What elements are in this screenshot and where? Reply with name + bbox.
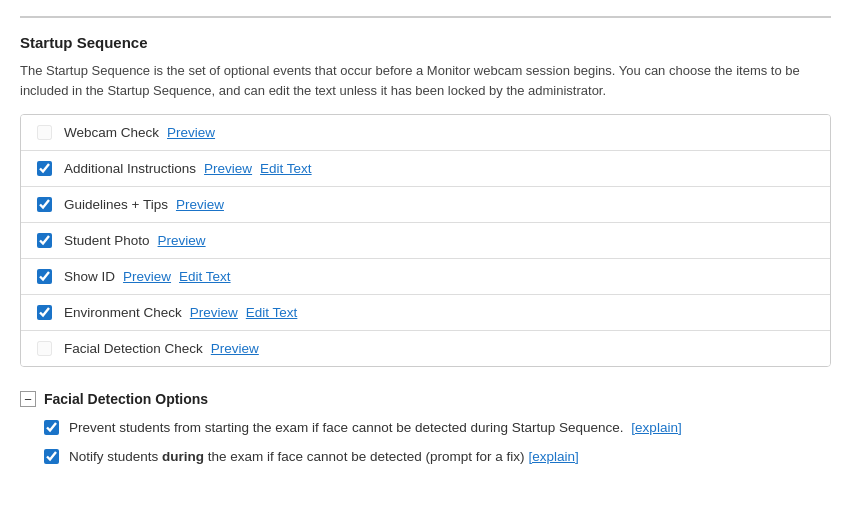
explain-link-2[interactable]: [explain] xyxy=(528,449,578,464)
student-photo-label: Student Photo xyxy=(64,233,150,248)
facial-option-1-checkbox[interactable] xyxy=(44,420,59,435)
additional-instructions-label: Additional Instructions xyxy=(64,161,196,176)
show-id-checkbox[interactable] xyxy=(37,269,52,284)
show-id-label: Show ID xyxy=(64,269,115,284)
sequence-row-webcam-check: Webcam CheckPreview xyxy=(21,115,830,151)
guidelines-tips-label: Guidelines + Tips xyxy=(64,197,168,212)
webcam-check-checkbox[interactable] xyxy=(37,125,52,140)
additional-instructions-edit-text-link[interactable]: Edit Text xyxy=(260,161,312,176)
sequence-row-environment-check: Environment CheckPreviewEdit Text xyxy=(21,295,830,331)
webcam-check-label: Webcam Check xyxy=(64,125,159,140)
explain-link-1[interactable]: [explain] xyxy=(631,420,681,435)
section-description: The Startup Sequence is the set of optio… xyxy=(20,61,831,100)
student-photo-preview-link[interactable]: Preview xyxy=(158,233,206,248)
facial-detection-section: − Facial Detection Options Prevent stude… xyxy=(20,387,831,481)
facial-detection-check-label: Facial Detection Check xyxy=(64,341,203,356)
webcam-check-preview-link[interactable]: Preview xyxy=(167,125,215,140)
facial-option-1-text: Prevent students from starting the exam … xyxy=(69,419,682,438)
facial-option-1: Prevent students from starting the exam … xyxy=(20,419,831,438)
facial-option-2-text: Notify students during the exam if face … xyxy=(69,448,579,467)
facial-option-2-checkbox[interactable] xyxy=(44,449,59,464)
facial-detection-title: Facial Detection Options xyxy=(44,391,208,407)
facial-option-2: Notify students during the exam if face … xyxy=(20,448,831,467)
sequence-row-guidelines-tips: Guidelines + TipsPreview xyxy=(21,187,830,223)
facial-detection-header: − Facial Detection Options xyxy=(20,391,831,407)
sequence-row-show-id: Show IDPreviewEdit Text xyxy=(21,259,830,295)
sequence-row-student-photo: Student PhotoPreview xyxy=(21,223,830,259)
sequence-row-additional-instructions: Additional InstructionsPreviewEdit Text xyxy=(21,151,830,187)
page-container: Startup Sequence The Startup Sequence is… xyxy=(0,0,851,497)
section-title: Startup Sequence xyxy=(20,34,831,51)
guidelines-tips-preview-link[interactable]: Preview xyxy=(176,197,224,212)
additional-instructions-checkbox[interactable] xyxy=(37,161,52,176)
guidelines-tips-checkbox[interactable] xyxy=(37,197,52,212)
facial-detection-check-checkbox[interactable] xyxy=(37,341,52,356)
environment-check-checkbox[interactable] xyxy=(37,305,52,320)
environment-check-preview-link[interactable]: Preview xyxy=(190,305,238,320)
environment-check-label: Environment Check xyxy=(64,305,182,320)
sequence-row-facial-detection-check: Facial Detection CheckPreview xyxy=(21,331,830,366)
environment-check-edit-text-link[interactable]: Edit Text xyxy=(246,305,298,320)
sequence-table: Webcam CheckPreviewAdditional Instructio… xyxy=(20,114,831,367)
show-id-preview-link[interactable]: Preview xyxy=(123,269,171,284)
additional-instructions-preview-link[interactable]: Preview xyxy=(204,161,252,176)
show-id-edit-text-link[interactable]: Edit Text xyxy=(179,269,231,284)
facial-detection-check-preview-link[interactable]: Preview xyxy=(211,341,259,356)
collapse-icon[interactable]: − xyxy=(20,391,36,407)
student-photo-checkbox[interactable] xyxy=(37,233,52,248)
